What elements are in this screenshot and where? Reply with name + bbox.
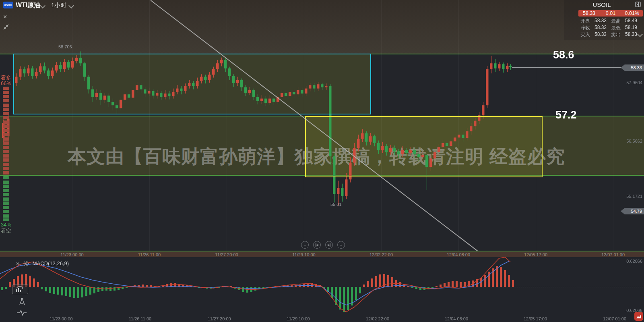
left-triangle-icon: ◀ (316, 243, 318, 246)
macd-time-label: 11/29 10:00 (287, 316, 310, 321)
plus-icon: + (340, 243, 342, 247)
time-label: 11/29 10:00 (292, 252, 315, 257)
skip-back-button[interactable]: ◀ (313, 241, 321, 249)
quote-label: 昨收 (580, 25, 590, 31)
macd-time-label: 11/23 00:00 (50, 316, 72, 321)
low-price-tag: 54.79 (621, 208, 644, 214)
symbol-name[interactable]: WTI原油 (16, 1, 40, 10)
skip-forward-icon (330, 243, 330, 247)
support-level-label: 57.2 (555, 109, 577, 121)
compass-tool-icon[interactable] (18, 297, 27, 306)
quote-value: 58.33 (594, 18, 607, 23)
macd-time-label: 12/07 01:00 (603, 316, 626, 321)
skip-forward-button[interactable]: ▶ (325, 241, 333, 249)
quote-change: 0.01 (600, 10, 621, 16)
price-axis-label: 55.1721 (614, 194, 642, 199)
time-axis[interactable]: 11/23 00:00 11/26 11:00 11/27 20:00 11/2… (0, 251, 644, 257)
minus-icon: − (303, 243, 306, 247)
macd-indicator-name[interactable]: MACD(12,26,9) (33, 260, 69, 266)
macd-time-label: 12/04 08:00 (445, 316, 468, 321)
macd-time-label: 12/02 22:00 (366, 316, 389, 321)
price-axis-label: 57.9604 (614, 80, 642, 85)
macd-time-label: 12/05 17:00 (524, 316, 547, 321)
timeframe-selector[interactable]: 1小时 (51, 2, 66, 9)
usoil-logo-badge: USOIL (3, 2, 13, 8)
pulse-tool-icon[interactable] (17, 309, 27, 316)
chart-screenshot-tool-icon[interactable] (12, 285, 28, 294)
quote-label: 买入 (580, 31, 590, 38)
gear-icon[interactable] (23, 261, 29, 266)
collapse-icon[interactable] (3, 24, 9, 30)
quote-panel: USOIL 58.33 0.01 0.01% 开盘 58.33 最高 58.49… (564, 0, 644, 40)
quote-label: 卖出 (611, 31, 621, 38)
panel-toggle-icon[interactable] (635, 2, 641, 7)
quote-value: 58.32 (594, 25, 607, 30)
quote-last-price: 58.33 (578, 10, 600, 16)
swing-low-label: 55.01 (330, 202, 342, 207)
bear-sentiment-label: 看空 (1, 227, 11, 235)
broker-logo (634, 312, 643, 321)
time-label: 11/23 00:00 (60, 252, 83, 257)
time-label: 12/04 08:00 (447, 252, 470, 257)
quote-label: 最低 (611, 25, 621, 31)
quote-change-pct: 0.01% (621, 10, 643, 16)
bear-sentiment-percent: 34% (1, 222, 11, 228)
quote-value: 58.49 (625, 18, 637, 23)
bear-sentiment-bar (3, 176, 9, 221)
quote-label: 最高 (611, 18, 621, 25)
resistance-level-label: 58.6 (553, 49, 574, 61)
time-label: 12/07 01:00 (601, 252, 625, 257)
macd-time-label: 11/27 20:00 (208, 316, 231, 321)
quote-value: 58.33 (625, 31, 637, 37)
macd-header: × MACD(12,26,9) (16, 260, 69, 267)
quote-value: 58.33 (594, 31, 607, 37)
macd-close-icon[interactable]: × (16, 260, 20, 267)
price-axis-label: 56.5662 (614, 139, 642, 143)
time-label: 11/26 11:00 (138, 252, 161, 257)
swing-high-label: 58.706 (58, 44, 72, 49)
macd-time-label: 11/26 11:00 (129, 316, 151, 321)
time-label: 12/02 22:00 (369, 252, 393, 257)
zoom-out-button[interactable]: − (301, 241, 309, 249)
quote-collapse-chevron-icon[interactable] (637, 31, 643, 37)
trading-app: 本文由【百味财富孙萌洋】独家撰稿，转载请注明 经盗必究 58.33 54.79 … (0, 0, 644, 322)
bull-sentiment-percent: 66% (1, 80, 11, 86)
time-label: 12/05 17:00 (524, 252, 547, 257)
macd-axis-top-label: 0.62066 (614, 259, 642, 264)
cyan-rectangle-drawing[interactable] (13, 54, 371, 114)
zoom-in-button[interactable]: + (337, 241, 345, 249)
close-icon[interactable]: × (3, 13, 7, 21)
quote-value: 58.19 (625, 25, 637, 30)
quote-label: 开盘 (580, 18, 590, 25)
macd-canvas[interactable] (0, 257, 644, 322)
time-label: 11/27 20:00 (215, 252, 238, 257)
current-price-line (512, 67, 621, 68)
quote-title: USOIL (564, 1, 639, 8)
current-price-tag: 58.33 (621, 64, 644, 71)
quote-price-banner: 58.33 0.01 0.01% (578, 10, 643, 17)
bull-sentiment-bar (3, 87, 9, 175)
